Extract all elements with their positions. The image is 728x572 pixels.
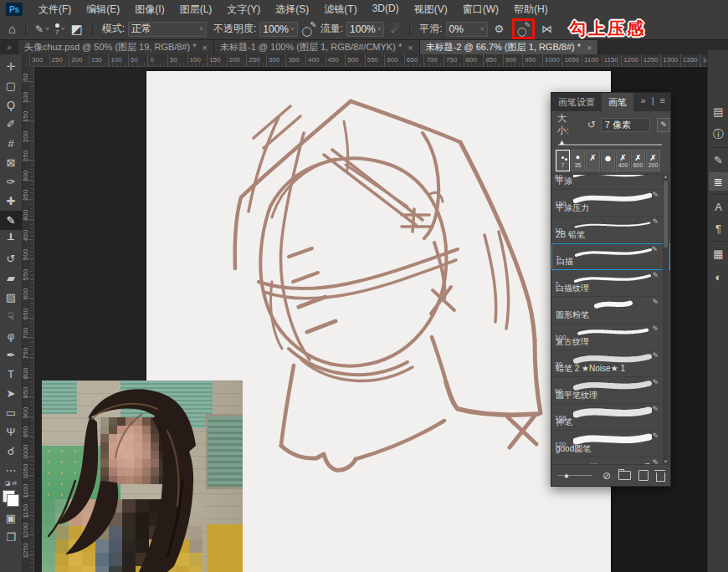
preview-size-slider[interactable]: ▲ [558, 475, 592, 476]
scrollbar-thumb[interactable] [664, 181, 668, 248]
recent-brush[interactable]: ✗ [586, 150, 600, 171]
brush-edit-pen-icon[interactable]: ✎ [652, 405, 659, 413]
recent-brush[interactable]: 7 [556, 150, 570, 171]
home-icon[interactable]: ⌂ [5, 21, 19, 38]
brush-preset-item[interactable]: 7白描✎ [551, 243, 670, 270]
paragraph-panel-icon[interactable]: ¶ [709, 219, 728, 237]
marquee-tool[interactable]: ▢ [0, 76, 22, 95]
brush-tool-icon[interactable]: ✎˅ [32, 21, 53, 38]
menu-item[interactable]: 3D(D) [365, 3, 407, 17]
background-color-swatch[interactable] [7, 494, 19, 507]
smoothing-dropdown[interactable]: 0%˅ [446, 22, 488, 37]
slider-thumb[interactable]: ▲ [558, 138, 566, 146]
pen-pressure-opacity-button[interactable]: ◯✎ [301, 22, 317, 37]
smudge-tool[interactable]: ☟ [0, 307, 22, 326]
libraries-panel-icon[interactable]: ▤ [709, 102, 728, 120]
menu-item[interactable]: 窗口(W) [455, 3, 506, 17]
shape-tool[interactable]: ▭ [0, 403, 22, 422]
opacity-dropdown[interactable]: 100%˅ [259, 22, 297, 37]
dodge-tool[interactable]: φ [0, 326, 22, 345]
document-tab[interactable]: 头像chuz.psd @ 50% (图层 19, RGB/8#) *× [18, 40, 214, 54]
brush-tool[interactable]: ✎ [0, 211, 22, 230]
delete-brush-trash-icon[interactable] [656, 472, 665, 482]
brush-preset-item[interactable]: 120good圆笔✎ [551, 431, 670, 457]
photoshop-logo[interactable]: Ps [6, 3, 23, 16]
path-selection-tool[interactable]: ➤ [0, 384, 22, 403]
adjustments-panel-icon[interactable]: ◐ [709, 268, 728, 286]
recent-brush[interactable]: ✗600 [631, 150, 645, 171]
menu-item[interactable]: 图像(I) [127, 3, 172, 17]
tab-overflow-chevron[interactable]: » [0, 40, 18, 54]
document-tab[interactable]: 未标题-1 @ 100% (图层 1, RGB/8#/CMYK) *× [214, 40, 420, 54]
tab-close-icon[interactable]: × [587, 43, 592, 53]
flow-dropdown[interactable]: 100%˅ [346, 22, 384, 37]
menu-item[interactable]: 视图(V) [407, 3, 455, 17]
swap-colors-icon[interactable]: ◪ ⇄ [5, 480, 17, 487]
menu-item[interactable]: 滤镜(T) [316, 3, 364, 17]
history-brush-tool[interactable]: ↺ [0, 249, 22, 268]
menu-item[interactable]: 文字(Y) [219, 3, 268, 17]
brush-preset-item[interactable]: 168神笔✎ [551, 404, 670, 431]
pen-pressure-size-button-highlighted[interactable]: ◯✎ [512, 18, 535, 39]
brush-edit-pen-icon[interactable]: ✎ [652, 324, 659, 333]
brush-preset-item[interactable]: 7白描纹理✎ [551, 270, 670, 297]
scroll-up-arrow[interactable]: ▲ [663, 174, 669, 179]
new-group-folder-icon[interactable] [618, 471, 631, 480]
character-panel-icon[interactable]: A [709, 197, 728, 216]
foreground-background-swatches[interactable] [3, 490, 19, 507]
move-tool[interactable]: ✛ [0, 57, 22, 76]
document-tab-active[interactable]: 未标题-2 @ 66.7% (图层 1, RGB/8#) *× [420, 40, 599, 54]
type-tool[interactable]: T [0, 365, 22, 384]
brush-edit-pen-icon[interactable]: ✎ [652, 378, 659, 386]
toggle-stroke-preview-icon[interactable]: ⊘ [602, 470, 611, 482]
quick-mask-button[interactable]: ▣ [0, 508, 22, 528]
menu-item[interactable]: 编辑(E) [79, 3, 127, 17]
gradient-tool[interactable]: ▨ [0, 288, 22, 307]
brush-edit-pen-icon[interactable]: ✎ [652, 191, 659, 199]
brushes-panel-icon[interactable]: ≣ [709, 172, 728, 191]
screen-mode-button[interactable]: ❐ [0, 528, 22, 547]
tab-close-icon[interactable]: × [203, 43, 208, 53]
clone-stamp-tool[interactable]: ┸ [0, 230, 22, 249]
crop-tool[interactable]: # [0, 134, 22, 153]
brush-preset-item[interactable]: 150平涂压力✎ [551, 190, 670, 217]
paint-symmetry-icon[interactable]: ⋈ [538, 21, 556, 38]
brush-edit-pen-icon[interactable]: ✎ [652, 432, 659, 440]
brush-preset-item[interactable]: 30蜡笔 2 ★Noise★ 1✎ [551, 350, 670, 377]
info-panel-icon[interactable]: ⓘ [709, 125, 728, 144]
zoom-tool[interactable]: ☌ [0, 442, 22, 461]
lasso-tool[interactable]: Ϙ [0, 95, 22, 115]
recent-brush[interactable]: ●35 [571, 150, 585, 171]
healing-brush-tool[interactable]: ✚ [0, 192, 22, 211]
brush-preset-picker[interactable]: 7 ˅ [53, 23, 68, 35]
menu-item[interactable]: 文件(F) [31, 3, 79, 17]
airbrush-button[interactable]: ☄ [387, 21, 403, 38]
toggle-brush-settings-button[interactable]: ◩ [67, 21, 85, 38]
size-slider[interactable]: ▲ [558, 140, 662, 147]
recent-brush[interactable]: ● [601, 150, 615, 171]
eyedropper-tool[interactable]: ✑ [0, 172, 22, 192]
menu-item[interactable]: 图层(L) [172, 3, 220, 17]
size-pressure-toggle[interactable]: ✎ [657, 118, 670, 132]
panel-menu-icons[interactable]: » | ≡ [640, 95, 667, 105]
menu-item[interactable]: 帮助(H) [506, 3, 556, 17]
brush-edit-pen-icon[interactable]: ✎ [652, 351, 659, 360]
quick-selection-tool[interactable]: ✐ [0, 115, 22, 134]
pen-tool[interactable]: ✒ [0, 345, 22, 365]
recent-brush[interactable]: ✗400 [616, 150, 630, 171]
menu-item[interactable]: 选择(S) [268, 3, 316, 17]
tab-brush-settings[interactable]: 画笔设置 [551, 93, 602, 111]
brush-preset-item[interactable]: 60圆平笔纹理✎ [551, 377, 670, 404]
brush-edit-pen-icon[interactable]: ✎ [652, 298, 659, 306]
smoothing-options-gear-icon[interactable]: ⚙ [491, 21, 508, 38]
frame-tool[interactable]: ⊠ [0, 153, 22, 172]
brush-list-scrollbar[interactable]: ▲ ▼ [663, 174, 669, 464]
eraser-tool[interactable]: ▰ [0, 268, 22, 288]
mode-dropdown[interactable]: 正常˅ [128, 22, 207, 37]
brush-edit-pen-icon[interactable]: ✎ [652, 217, 659, 226]
swatches-panel-icon[interactable]: ▦ [709, 244, 728, 263]
tab-brushes[interactable]: 画笔 [602, 93, 633, 111]
edit-toolbar[interactable]: ⋯ [0, 461, 22, 480]
hand-tool[interactable]: Ψ [0, 422, 22, 442]
tab-close-icon[interactable]: × [408, 43, 413, 53]
